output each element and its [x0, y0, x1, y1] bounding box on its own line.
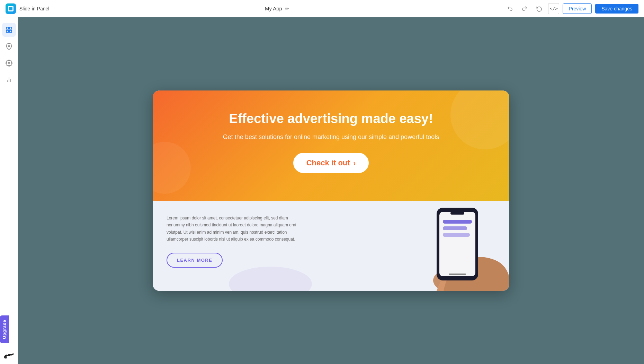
sidebar-item-grid[interactable] [2, 23, 16, 37]
ad-subheading: Get the best solutions for online market… [167, 132, 495, 142]
ad-body-text: Lorem ipsum dolor sit amet, consectetuer… [167, 215, 299, 243]
svg-rect-18 [449, 274, 466, 275]
svg-rect-2 [9, 31, 11, 33]
svg-rect-14 [443, 220, 472, 224]
svg-rect-17 [450, 212, 464, 215]
check-it-out-button[interactable]: Check it out › [293, 153, 369, 173]
restore-button[interactable] [534, 3, 545, 14]
svg-rect-3 [6, 31, 8, 33]
topbar-title: Slide-in Panel [19, 6, 49, 11]
learn-more-button[interactable]: LEARN MORE [167, 253, 223, 268]
ad-bottom-section: Lorem ipsum dolor sit amet, consectetuer… [153, 201, 509, 291]
svg-rect-16 [443, 233, 470, 237]
app-logo [6, 3, 16, 14]
preview-button[interactable]: Preview [563, 3, 592, 14]
ad-card: Effective advertising made easy! Get the… [153, 90, 509, 291]
sidebar: Upgrade [0, 17, 18, 364]
upgrade-tab[interactable]: Upgrade [0, 315, 9, 343]
topbar: Slide-in Panel My App ✏ </> Preview Save… [0, 0, 644, 17]
canvas-area: Effective advertising made easy! Get the… [18, 17, 644, 364]
app-logo-inner [8, 6, 14, 11]
ad-phone-section [295, 201, 509, 291]
ad-hero-section: Effective advertising made easy! Get the… [153, 90, 509, 201]
svg-point-5 [8, 62, 10, 64]
svg-point-9 [4, 357, 7, 359]
topbar-left: Slide-in Panel [6, 3, 49, 14]
sidebar-item-settings[interactable] [2, 56, 16, 70]
svg-point-4 [8, 45, 10, 47]
code-button[interactable]: </> [548, 3, 559, 14]
svg-rect-0 [6, 27, 8, 29]
ad-heading: Effective advertising made easy! [167, 111, 495, 126]
sidebar-item-analytics[interactable] [2, 73, 16, 87]
decorative-circle-2 [153, 142, 191, 194]
topbar-right: </> Preview Save changes [504, 3, 638, 14]
code-icon: </> [550, 6, 558, 11]
phone-illustration [392, 201, 509, 291]
sidebar-item-pin[interactable] [2, 40, 16, 53]
redo-button[interactable] [519, 3, 530, 14]
app-name: My App [265, 6, 282, 11]
ad-bottom-left: Lorem ipsum dolor sit amet, consectetuer… [153, 201, 313, 291]
check-btn-arrow: › [354, 159, 356, 167]
svg-rect-1 [9, 27, 11, 29]
save-changes-button[interactable]: Save changes [595, 4, 638, 14]
check-btn-label: Check it out [306, 158, 350, 167]
undo-button[interactable] [504, 3, 516, 14]
svg-rect-15 [443, 226, 467, 230]
topbar-center: My App ✏ [265, 6, 289, 11]
edit-icon[interactable]: ✏ [285, 6, 289, 11]
bird-icon [4, 352, 14, 361]
main-layout: Upgrade Effective advertising made easy!… [0, 17, 644, 364]
